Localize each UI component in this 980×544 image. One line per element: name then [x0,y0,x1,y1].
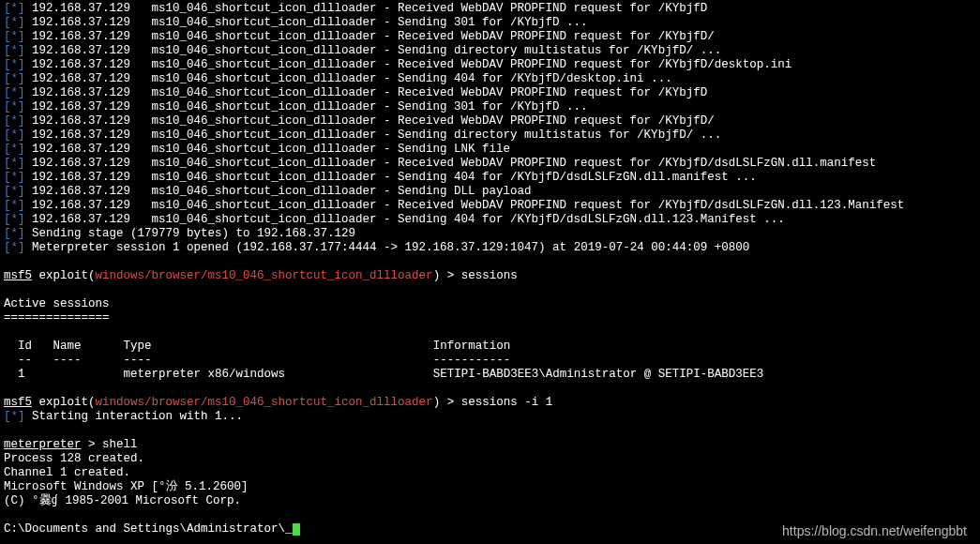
log-line: [*] 192.168.37.129 ms10_046_shortcut_ico… [4,86,976,100]
star-icon: [*] [4,410,25,423]
windows-version-line: Microsoft Windows XP [°汾 5.1.2600] [4,480,976,494]
log-line: [*] 192.168.37.129 ms10_046_shortcut_ico… [4,100,976,114]
command-text: sessions -i 1 [461,396,553,409]
active-sessions-divider: =============== [4,311,976,325]
blank-line [4,382,976,396]
msf-prefix: msf5 [4,269,32,282]
star-icon: [*] [4,58,25,71]
log-line: [*] 192.168.37.129 ms10_046_shortcut_ico… [4,2,976,16]
log-line: [*] 192.168.37.129 ms10_046_shortcut_ico… [4,128,976,143]
col-name: Name [53,340,82,354]
star-icon: [*] [4,171,25,184]
star-icon: [*] [4,143,25,156]
table-row: 1 meterpreter x86/windows SETIPI-BABD3EE… [4,368,980,382]
star-icon: [*] [4,128,25,142]
copyright-line: (C) °爨ɠ 1985-2001 Microsoft Corp. [4,494,976,508]
log-line: [*] 192.168.37.129 ms10_046_shortcut_ico… [4,157,976,171]
blank-line [4,424,976,438]
log-line: [*] 192.168.37.129 ms10_046_shortcut_ico… [4,30,976,44]
module-path: windows/browser/ms10_046_shortcut_icon_d… [96,396,433,409]
msf-prompt-sessions[interactable]: msf5 exploit(windows/browser/ms10_046_sh… [4,269,976,283]
command-text: sessions [461,269,518,282]
blank-line [4,508,976,522]
star-icon: [*] [4,199,25,212]
star-icon: [*] [4,86,25,99]
log-line: [*] 192.168.37.129 ms10_046_shortcut_ico… [4,114,976,128]
star-icon: [*] [4,30,25,43]
star-icon: [*] [4,44,25,57]
webdav-log-block: [*] 192.168.37.129 ms10_046_shortcut_ico… [4,2,976,227]
cursor-icon [293,523,300,536]
stage-line: [*] Sending stage (179779 bytes) to 192.… [4,227,976,241]
star-icon: [*] [4,2,25,15]
col-id: Id [18,340,32,354]
log-line: [*] 192.168.37.129 ms10_046_shortcut_ico… [4,16,976,30]
blank-line [4,325,976,340]
log-line: [*] 192.168.37.129 ms10_046_shortcut_ico… [4,171,976,185]
col-type: Type [124,340,286,354]
blank-line [4,255,976,269]
star-icon: [*] [4,72,25,85]
star-icon: [*] [4,185,25,198]
command-text: shell [102,438,138,451]
module-path: windows/browser/ms10_046_shortcut_icon_d… [96,269,433,282]
cell-name [53,368,82,382]
log-line: [*] 192.168.37.129 ms10_046_shortcut_ico… [4,44,976,58]
cell-id: 1 [18,368,32,382]
log-line: [*] 192.168.37.129 ms10_046_shortcut_ico… [4,143,976,157]
blank-line [4,283,976,297]
star-icon: [*] [4,241,25,254]
star-icon: [*] [4,157,25,170]
starting-interaction-line: [*] Starting interaction with 1... [4,410,976,424]
cell-info: SETIPI-BABD3EE3\Administrator @ SETIPI-B… [433,368,764,382]
meterpreter-prompt[interactable]: meterpreter > shell [4,438,976,452]
log-line: [*] 192.168.37.129 ms10_046_shortcut_ico… [4,72,976,86]
star-icon: [*] [4,100,25,113]
process-created-line: Process 128 created. [4,452,976,466]
table-header-row: Id Name Type Information Connection [4,340,980,354]
star-icon: [*] [4,213,25,226]
star-icon: [*] [4,227,25,240]
log-line: [*] 192.168.37.129 ms10_046_shortcut_ico… [4,199,976,213]
meterpreter-label: meterpreter [4,438,82,451]
msf-prefix: msf5 [4,396,32,409]
msf-prompt-sessions-i[interactable]: msf5 exploit(windows/browser/ms10_046_sh… [4,396,976,410]
log-line: [*] 192.168.37.129 ms10_046_shortcut_ico… [4,58,976,72]
session-open-line: [*] Meterpreter session 1 opened (192.16… [4,241,976,255]
col-info: Information [433,340,764,354]
log-line: [*] 192.168.37.129 ms10_046_shortcut_ico… [4,185,976,199]
sessions-table: Id Name Type Information Connection -- -… [4,340,980,382]
channel-created-line: Channel 1 created. [4,466,976,480]
watermark-text: https://blog.csdn.net/weifengbbt [782,524,967,538]
active-sessions-title: Active sessions [4,297,976,311]
star-icon: [*] [4,114,25,128]
star-icon: [*] [4,16,25,29]
log-line: [*] 192.168.37.129 ms10_046_shortcut_ico… [4,213,976,227]
cell-type: meterpreter x86/windows [124,368,286,382]
table-dash-row: -- ---- ---- ----------- ---------- [4,354,980,368]
